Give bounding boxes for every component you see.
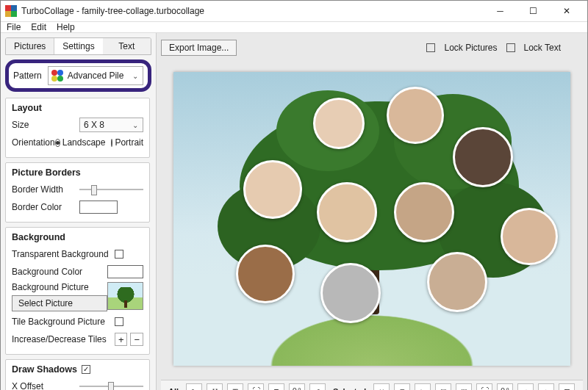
content: Pictures Settings Text Pattern Advanced … — [1, 33, 587, 390]
bring-front-icon[interactable]: ⬚ — [435, 383, 451, 391]
send-back-icon[interactable]: ⬚ — [456, 383, 472, 391]
collage-photo[interactable] — [313, 98, 365, 149]
app-window: TurboCollage - family-tree-collage.turbo… — [0, 0, 588, 390]
border-width-slider[interactable] — [79, 184, 143, 195]
background-title: Background — [12, 232, 143, 242]
menubar: File Edit Help — [1, 22, 587, 33]
editor-bottombar: All ↻ ⤧ ▦ ⛶ ≡ 0° ↺ Selected ✕ ▢ ✂ ⬚ ⬚ ⛶ … — [161, 380, 583, 390]
borders-title: Picture Borders — [12, 167, 143, 178]
lock-text-check[interactable] — [506, 43, 515, 52]
border-color-swatch[interactable] — [79, 201, 118, 214]
pattern-icon — [51, 70, 63, 82]
radio-landscape-label: Landscape — [62, 137, 106, 148]
export-image-button[interactable]: Export Image... — [161, 40, 237, 56]
app-icon — [5, 5, 17, 17]
menu-help[interactable]: Help — [57, 22, 75, 32]
radio-portrait-label: Portrait — [115, 137, 143, 148]
tile-bg-check[interactable] — [115, 317, 123, 326]
frame-icon[interactable]: ▢ — [394, 383, 410, 391]
maximize-button[interactable]: ☐ — [517, 1, 550, 21]
x-offset-label: X Offset — [12, 381, 79, 390]
rotate-zero-sel-icon[interactable]: 0° — [497, 383, 513, 391]
pattern-highlight-box: Pattern Advanced Pile ⌄ — [5, 59, 151, 92]
inc-dec-label: Increase/Decrease Tiles — [12, 334, 112, 344]
collage-photo[interactable] — [394, 182, 454, 242]
fit-icon[interactable]: ⛶ — [476, 383, 492, 391]
chevron-down-icon: ⌄ — [132, 72, 138, 80]
rotate-left-icon[interactable]: ↶ — [517, 383, 534, 391]
chevron-down-icon: ⌄ — [132, 121, 138, 129]
rotate-zero-icon[interactable]: 0° — [289, 383, 305, 391]
shadows-title: Draw Shadows — [12, 364, 77, 375]
transparent-bg-label: Transparent Background — [12, 249, 115, 259]
orientation-label: Orientation — [12, 137, 55, 148]
rotate-right-icon[interactable]: ↷ — [538, 383, 554, 391]
reset-icon[interactable]: ↺ — [309, 383, 326, 391]
more-icon[interactable]: ▥ — [559, 383, 575, 391]
titlebar: TurboCollage - family-tree-collage.turbo… — [1, 1, 587, 22]
bg-color-swatch[interactable] — [107, 265, 143, 278]
collage-photo[interactable] — [453, 127, 513, 187]
border-width-label: Border Width — [12, 184, 79, 195]
radio-portrait[interactable] — [111, 139, 112, 147]
lock-text-label: Lock Text — [524, 43, 561, 53]
editor-area: Export Image... Lock Pictures Lock Text — [157, 33, 587, 390]
dec-tiles-button[interactable]: − — [130, 333, 143, 346]
pattern-select[interactable]: Advanced Pile ⌄ — [48, 66, 143, 85]
settings-scroll[interactable]: Layout Size 6 X 8 ⌄ Orientation Landscap… — [5, 98, 151, 390]
crop-icon[interactable]: ✂ — [415, 383, 431, 391]
collage-photo[interactable] — [236, 245, 295, 303]
border-color-label: Border Color — [12, 202, 79, 212]
draw-shadows-check[interactable] — [82, 365, 90, 374]
inc-tiles-button[interactable]: + — [115, 333, 128, 346]
shuffle-icon[interactable]: ⤧ — [207, 383, 223, 391]
collage-canvas[interactable] — [173, 72, 570, 366]
sidebar: Pictures Settings Text Pattern Advanced … — [1, 33, 157, 390]
group-all-label: All — [168, 387, 179, 391]
bg-picture-thumb[interactable] — [107, 282, 143, 310]
pattern-value: Advanced Pile — [68, 71, 124, 81]
layout-title: Layout — [12, 103, 143, 113]
close-button[interactable]: ✕ — [550, 1, 583, 21]
panel-borders: Picture Borders Border Width Border Colo… — [5, 162, 150, 223]
lock-pictures-label: Lock Pictures — [444, 43, 497, 53]
menu-file[interactable]: File — [7, 22, 21, 32]
expand-icon[interactable]: ⛶ — [248, 383, 264, 391]
group-selected-label: Selected — [333, 387, 366, 391]
select-picture-button[interactable]: Select Picture — [12, 295, 107, 311]
radio-landscape[interactable] — [55, 139, 60, 147]
editor-topbar: Export Image... Lock Pictures Lock Text — [161, 37, 583, 58]
collage-photo[interactable] — [427, 252, 487, 312]
sidebar-tabs: Pictures Settings Text — [5, 37, 151, 55]
minimize-button[interactable]: ─ — [484, 1, 517, 21]
collage-photo[interactable] — [501, 208, 558, 265]
tab-text[interactable]: Text — [103, 38, 151, 54]
tab-settings[interactable]: Settings — [54, 38, 102, 54]
pattern-label: Pattern — [13, 71, 42, 81]
canvas-wrap — [161, 58, 583, 380]
tab-pictures[interactable]: Pictures — [6, 38, 54, 54]
size-value: 6 X 8 — [84, 120, 104, 130]
panel-layout: Layout Size 6 X 8 ⌄ Orientation Landscap… — [5, 98, 150, 158]
bg-color-label: Background Color — [12, 267, 107, 277]
tile-bg-label: Tile Background Picture — [12, 317, 115, 327]
collage-photo[interactable] — [320, 263, 381, 323]
size-select[interactable]: 6 X 8 ⌄ — [79, 118, 143, 132]
panel-background: Background Transparent Background Backgr… — [5, 227, 150, 355]
collage-photo[interactable] — [317, 182, 377, 242]
align-icon[interactable]: ≡ — [268, 383, 284, 391]
size-label: Size — [12, 120, 79, 130]
collage-photo[interactable] — [387, 87, 444, 144]
rotate-icon[interactable]: ↻ — [186, 383, 202, 391]
panel-shadows: Draw Shadows X Offset — [5, 359, 150, 390]
x-offset-slider[interactable] — [79, 381, 143, 390]
grid-icon[interactable]: ▦ — [227, 383, 243, 391]
window-title: TurboCollage - family-tree-collage.turbo… — [21, 6, 484, 16]
lock-pictures-check[interactable] — [426, 43, 435, 52]
window-controls: ─ ☐ ✕ — [484, 1, 583, 21]
delete-icon[interactable]: ✕ — [373, 383, 390, 391]
transparent-bg-check[interactable] — [115, 250, 123, 259]
collage-photo[interactable] — [243, 160, 302, 219]
bg-picture-label: Background Picture — [12, 282, 107, 292]
menu-edit[interactable]: Edit — [31, 22, 46, 32]
